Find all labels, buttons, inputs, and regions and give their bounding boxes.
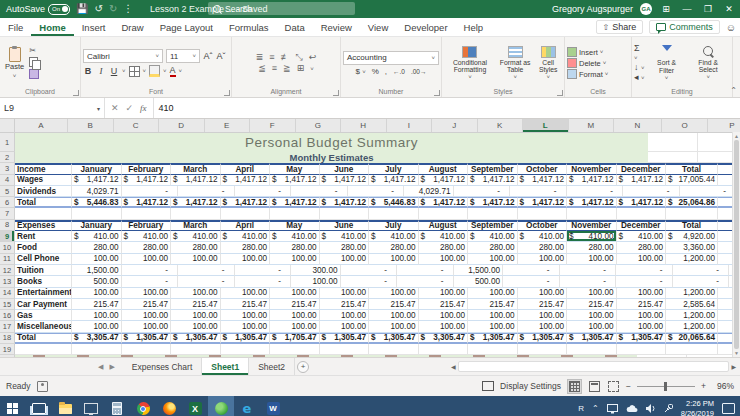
zoom-slider-thumb[interactable] <box>664 382 667 391</box>
save-icon[interactable]: 💾 <box>76 4 88 14</box>
cell[interactable]: $1,417.12 <box>270 197 320 208</box>
tab-page-layout[interactable]: Page Layout <box>152 18 221 36</box>
cell[interactable]: February <box>122 163 172 174</box>
cell[interactable]: $1,417.12 <box>468 175 518 186</box>
sheet-tab-sheet1[interactable]: Sheet1 <box>202 358 249 375</box>
cell[interactable]: 100.00 <box>419 321 469 332</box>
cell[interactable]: $1,417.12 <box>171 197 221 208</box>
cell[interactable]: $1,417.12 <box>419 175 469 186</box>
cell[interactable]: 100.00 <box>518 310 568 321</box>
cell[interactable]: - <box>673 276 730 287</box>
display-settings-button[interactable]: Display Settings <box>500 381 561 391</box>
page-break-view-button[interactable] <box>607 380 620 393</box>
merged-cell[interactable]: Monthly Estimates <box>15 152 648 163</box>
cell[interactable]: 100.00 <box>270 310 320 321</box>
cell[interactable]: January <box>72 220 122 231</box>
cell[interactable]: $1,417.12 <box>221 175 271 186</box>
italic-button[interactable]: I <box>96 66 106 76</box>
column-header-L[interactable]: L <box>523 119 569 132</box>
align-middle-icon[interactable]: ≡ <box>269 53 274 62</box>
cell[interactable]: - <box>560 276 617 287</box>
cell[interactable]: $1,305.47 <box>617 333 667 344</box>
cell[interactable] <box>468 208 518 219</box>
cell[interactable]: $1,417.12 <box>518 175 568 186</box>
tab-data[interactable]: Data <box>277 18 313 36</box>
cell[interactable]: 100.00 <box>270 321 320 332</box>
cell[interactable] <box>567 344 617 355</box>
cell[interactable]: $1,417.12 <box>122 175 172 186</box>
cell[interactable] <box>72 208 122 219</box>
cell[interactable]: 100.00 <box>221 254 271 265</box>
cell[interactable]: Rent <box>15 231 72 242</box>
cell[interactable]: 280.00 <box>518 242 568 253</box>
horizontal-scrollbar[interactable]: ◀ ▶ <box>451 361 736 372</box>
cell[interactable]: 100.00 <box>72 254 122 265</box>
cell[interactable]: $410.00 <box>369 231 419 242</box>
row-header-1[interactable]: 1 <box>0 133 15 152</box>
cell[interactable]: May <box>270 220 320 231</box>
increase-decimal-icon[interactable]: ←.0 <box>393 68 405 75</box>
sheet-nav-left-icon[interactable]: ◀ <box>98 363 103 371</box>
cell[interactable]: $1,417.12 <box>270 175 320 186</box>
cell[interactable] <box>648 152 698 163</box>
cell[interactable]: $410.00 <box>567 231 617 242</box>
cell[interactable]: 280.00 <box>369 242 419 253</box>
cell[interactable]: 215.47 <box>122 299 172 310</box>
dialog-launcher-icon[interactable] <box>434 90 440 96</box>
autosave-switch-icon[interactable]: On <box>48 4 70 15</box>
cell[interactable]: $410.00 <box>270 231 320 242</box>
cell[interactable] <box>270 344 320 355</box>
taskbar-wireless-display-icon[interactable] <box>78 396 104 416</box>
cell[interactable]: $1,417.12 <box>122 197 172 208</box>
row-header-16[interactable]: 16 <box>0 310 15 321</box>
cell[interactable]: 280.00 <box>270 242 320 253</box>
cell[interactable]: 100.00 <box>171 288 221 299</box>
restore-button[interactable]: ❐ <box>701 4 715 14</box>
cell[interactable] <box>270 208 320 219</box>
zoom-level[interactable]: 96% <box>712 381 734 391</box>
tab-insert[interactable]: Insert <box>74 18 114 36</box>
cell[interactable]: Total <box>15 333 72 344</box>
taskbar-edge-icon[interactable]: e <box>234 396 260 416</box>
cell[interactable]: $410.00 <box>122 231 172 242</box>
cell[interactable]: 215.47 <box>518 299 568 310</box>
cell[interactable]: April <box>221 220 271 231</box>
feedback-smiley-icon[interactable]: ☺ <box>726 22 736 33</box>
cell[interactable]: July <box>369 163 419 174</box>
insert-function-icon[interactable]: fx <box>140 103 147 113</box>
cell[interactable]: May <box>270 163 320 174</box>
cell[interactable]: 100.00 <box>567 321 617 332</box>
taskbar-firefox-icon[interactable] <box>156 396 182 416</box>
dialog-launcher-icon[interactable] <box>73 90 79 96</box>
cell[interactable]: Tuition <box>15 265 72 276</box>
cell[interactable] <box>518 344 568 355</box>
cell[interactable]: - <box>178 276 235 287</box>
cell[interactable]: 500.00 <box>72 276 122 287</box>
cell[interactable]: 280.00 <box>171 242 221 253</box>
cell[interactable]: 100.00 <box>171 254 221 265</box>
cut-icon[interactable]: ✂ <box>29 47 39 55</box>
cell[interactable]: 1,200.00 <box>666 254 718 265</box>
cell[interactable]: 100.00 <box>221 310 271 321</box>
cell[interactable]: $3,305.47 <box>72 333 122 344</box>
cell[interactable]: - <box>341 276 398 287</box>
scroll-thumb[interactable] <box>458 361 730 372</box>
taskbar-start-icon[interactable] <box>0 396 26 416</box>
cell[interactable]: Wages <box>15 175 72 186</box>
zoom-in-button[interactable]: + <box>701 381 706 391</box>
column-header-C[interactable]: C <box>114 119 160 132</box>
cell[interactable]: 100.00 <box>518 254 568 265</box>
copy-icon[interactable] <box>29 57 38 67</box>
cell[interactable]: $1,305.47 <box>221 333 271 344</box>
tab-draw[interactable]: Draw <box>113 18 151 36</box>
cell[interactable]: $1,417.12 <box>419 197 469 208</box>
cell[interactable]: 2,585.64 <box>666 299 718 310</box>
cell[interactable]: $1,305.47 <box>171 333 221 344</box>
undo-icon[interactable]: ↺ <box>95 4 103 14</box>
column-header-B[interactable]: B <box>68 119 114 132</box>
cell[interactable]: $410.00 <box>518 231 568 242</box>
cell[interactable]: Entertainment <box>15 288 72 299</box>
cell[interactable]: $5,446.83 <box>72 197 122 208</box>
fill-color-icon[interactable] <box>149 65 160 77</box>
cell[interactable] <box>369 344 419 355</box>
